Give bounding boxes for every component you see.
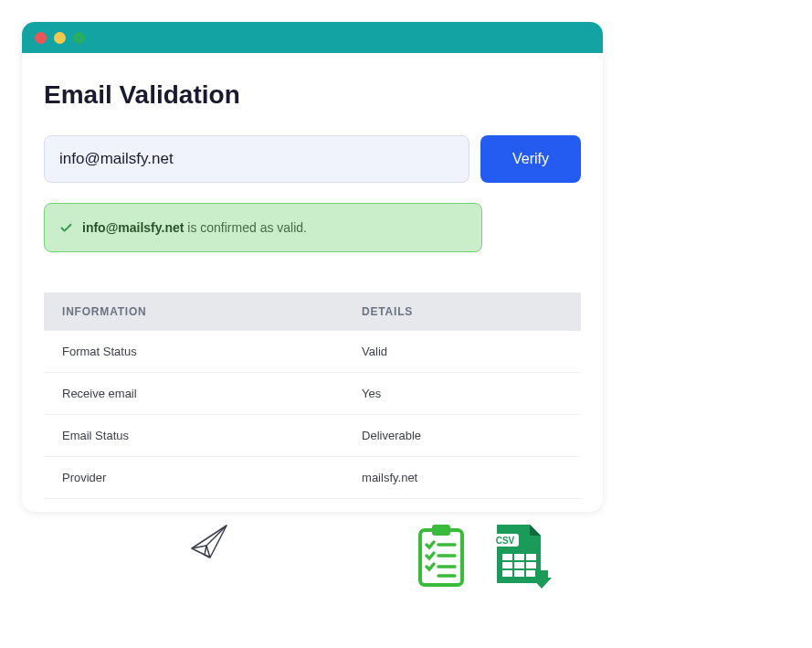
svg-rect-13 [526, 562, 536, 568]
svg-rect-11 [502, 562, 512, 568]
svg-rect-12 [514, 562, 524, 568]
verify-button[interactable]: Verify [480, 135, 581, 183]
col-header-details: DETAILS [343, 292, 581, 331]
paper-plane-decoration [9, 521, 247, 603]
table-row: Email Status Deliverable [44, 415, 581, 457]
row-label: Receive email [44, 373, 343, 415]
svg-rect-9 [514, 554, 524, 560]
close-dot[interactable] [35, 32, 47, 44]
results-table: INFORMATION DETAILS Format Status Valid … [44, 292, 581, 499]
row-value: Valid [343, 331, 581, 373]
check-icon [59, 221, 73, 235]
minimize-dot[interactable] [54, 32, 66, 44]
csv-file-icon: CSV [490, 523, 552, 590]
svg-rect-8 [502, 554, 512, 560]
export-icons: CSV [415, 523, 552, 590]
maximize-dot[interactable] [73, 32, 85, 44]
checklist-icon [415, 523, 468, 589]
svg-rect-15 [514, 570, 524, 577]
row-label: Provider [44, 457, 343, 499]
table-row: Receive email Yes [44, 373, 581, 415]
success-suffix: is confirmed as valid. [184, 220, 307, 235]
col-header-information: INFORMATION [44, 292, 343, 331]
email-input[interactable] [44, 135, 469, 183]
row-label: Format Status [44, 331, 343, 373]
svg-text:CSV: CSV [496, 536, 515, 546]
svg-rect-10 [526, 554, 536, 560]
row-value: Yes [343, 373, 581, 415]
success-email: info@mailsfy.net [82, 220, 184, 235]
app-window: Email Validation Verify info@mailsfy.net… [22, 22, 603, 512]
page-title: Email Validation [44, 80, 581, 110]
row-label: Email Status [44, 415, 343, 457]
row-value: mailsfy.net [343, 457, 581, 499]
success-message: info@mailsfy.net is confirmed as valid. [82, 220, 307, 235]
svg-rect-14 [502, 570, 512, 577]
success-banner: info@mailsfy.net is confirmed as valid. [44, 203, 482, 252]
svg-rect-16 [526, 570, 536, 577]
verify-form: Verify [44, 135, 581, 183]
window-content: Email Validation Verify info@mailsfy.net… [22, 53, 603, 499]
arrow-decoration [603, 146, 804, 439]
window-titlebar [22, 22, 603, 53]
table-row: Provider mailsfy.net [44, 457, 581, 499]
results-body: Format Status Valid Receive email Yes Em… [44, 331, 581, 499]
row-value: Deliverable [343, 415, 581, 457]
svg-rect-1 [432, 525, 450, 536]
table-row: Format Status Valid [44, 331, 581, 373]
